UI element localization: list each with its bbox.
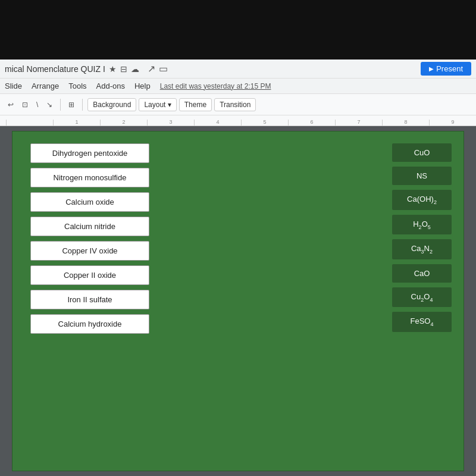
last-edit-text: Last edit was yesterday at 2:15 PM xyxy=(160,82,271,90)
formula-box-6[interactable]: Cu2O4 xyxy=(392,287,452,308)
top-black-bar xyxy=(0,0,476,60)
star-icon[interactable]: ★ xyxy=(109,64,117,74)
ruler-mark-9: 9 xyxy=(429,120,476,126)
background-button[interactable]: Background xyxy=(87,98,136,111)
arrow-button[interactable]: ↘ xyxy=(43,99,55,111)
line-button[interactable]: \ xyxy=(33,99,41,111)
layout-button[interactable]: Layout ▾ xyxy=(139,98,176,111)
term-box-4[interactable]: Copper IV oxide xyxy=(30,241,149,261)
analytics-icon[interactable]: ↗ xyxy=(148,63,155,74)
ruler: 1 2 3 4 5 6 7 8 9 xyxy=(0,115,476,126)
term-box-2[interactable]: Calcium oxide xyxy=(30,192,149,212)
formula-box-2[interactable]: Ca(OH)2 xyxy=(392,190,452,210)
formula-box-7[interactable]: FeSO4 xyxy=(392,312,452,332)
term-box-5[interactable]: Copper II oxide xyxy=(30,265,149,285)
toolbar-divider-2 xyxy=(82,99,83,111)
term-box-7[interactable]: Calcium hydroxide xyxy=(30,314,149,334)
transition-button[interactable]: Transition xyxy=(214,98,256,111)
ruler-mark-7: 7 xyxy=(335,120,382,126)
present-button[interactable]: Present xyxy=(421,62,471,76)
menu-arrange[interactable]: Arrange xyxy=(32,82,59,90)
menu-slide[interactable]: Slide xyxy=(5,82,22,90)
ruler-marks: 1 2 3 4 5 6 7 8 9 xyxy=(0,120,476,126)
ruler-mark-2: 2 xyxy=(100,120,147,126)
left-terms-column: Dihydrogen pentoxide Nitrogen monosulfid… xyxy=(30,143,149,334)
document-title: mical Nomenclature QUIZ I xyxy=(5,64,105,74)
term-box-0[interactable]: Dihydrogen pentoxide xyxy=(30,143,149,163)
formula-box-4[interactable]: Ca3N2 xyxy=(392,239,452,259)
ruler-mark-8: 8 xyxy=(382,120,429,126)
ruler-mark-6: 6 xyxy=(288,120,335,126)
slide-canvas[interactable]: Dihydrogen pentoxide Nitrogen monosulfid… xyxy=(12,131,464,471)
ruler-mark-0 xyxy=(6,120,53,126)
menu-tools[interactable]: Tools xyxy=(68,82,86,90)
term-box-1[interactable]: Nitrogen monosulfide xyxy=(30,168,149,187)
ruler-mark-3: 3 xyxy=(147,120,194,126)
formula-box-0[interactable]: CuO xyxy=(392,143,452,162)
select-button[interactable]: ⊡ xyxy=(19,99,31,111)
theme-button[interactable]: Theme xyxy=(179,98,212,111)
toolbar-divider-1 xyxy=(60,99,61,111)
formula-box-3[interactable]: H2O5 xyxy=(392,215,452,235)
menu-help[interactable]: Help xyxy=(134,82,151,90)
cloud-icon[interactable]: ☁ xyxy=(131,64,139,74)
term-box-3[interactable]: Calcium nitride xyxy=(30,217,149,236)
toolbar: ↩ ⊡ \ ↘ ⊞ Background Layout ▾ Theme Tran… xyxy=(0,94,476,115)
menu-addons[interactable]: Add-ons xyxy=(96,82,125,90)
ruler-mark-1: 1 xyxy=(53,120,100,126)
ruler-mark-5: 5 xyxy=(241,120,288,126)
comment-icon[interactable]: ▭ xyxy=(159,63,168,74)
slide-area: Dihydrogen pentoxide Nitrogen monosulfid… xyxy=(0,126,476,476)
formula-box-5[interactable]: CaO xyxy=(392,264,452,283)
image-button[interactable]: ⊞ xyxy=(65,99,77,111)
right-formulas-column: CuO NS Ca(OH)2 H2O5 Ca3N2 CaO Cu2O4 FeSO… xyxy=(392,143,452,332)
term-box-6[interactable]: Iron II sulfate xyxy=(30,290,149,309)
formula-box-1[interactable]: NS xyxy=(392,167,452,185)
ruler-mark-4: 4 xyxy=(194,120,241,126)
save-icon[interactable]: ⊟ xyxy=(120,64,127,74)
menu-bar: Slide Arrange Tools Add-ons Help Last ed… xyxy=(0,79,476,94)
title-bar: mical Nomenclature QUIZ I ★ ⊟ ☁ ↗ ▭ Pres… xyxy=(0,60,476,79)
undo-button[interactable]: ↩ xyxy=(5,99,17,111)
